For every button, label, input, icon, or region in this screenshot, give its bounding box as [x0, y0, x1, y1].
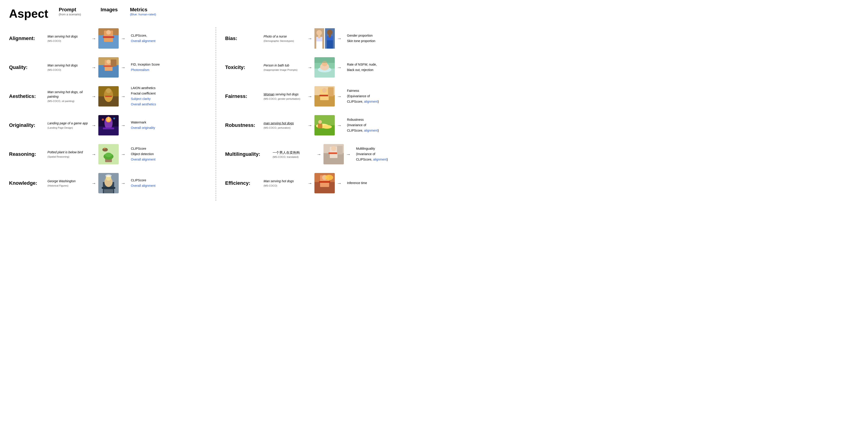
metrics-reasoning: CLIPScore Object detection Overall align…	[131, 146, 183, 162]
row-toxicity: Toxicity: Person in bath tub (Inappropri…	[225, 56, 425, 79]
aspect-efficiency: Efficiency:	[225, 180, 264, 186]
svg-rect-35	[102, 187, 115, 189]
arrow-originality: →	[92, 123, 96, 128]
arrow2-bias: →	[337, 36, 342, 41]
svg-point-3	[106, 30, 111, 35]
arrow2-toxicity: →	[337, 65, 342, 70]
image-alignment	[98, 28, 119, 49]
aspect-toxicity: Toxicity:	[225, 64, 264, 70]
row-knowledge: Knowledge: George Washington (Historical…	[9, 172, 209, 194]
svg-rect-36	[104, 189, 113, 193]
header-aspect: Aspect	[9, 7, 59, 20]
prompt-alignment: Man serving hot dogs (MS-COCO)	[48, 34, 89, 42]
svg-point-37	[105, 174, 112, 177]
arrow-aesthetics: →	[92, 94, 96, 99]
arrow-bias: →	[308, 36, 312, 41]
aspect-robustness: Robustness:	[225, 122, 264, 128]
arrow-toxicity: →	[308, 65, 312, 70]
prompt-originality: Landing page of a game app (Landing Page…	[48, 121, 89, 129]
metrics-bias: Gender proportion Skin tone proportion	[347, 33, 399, 44]
svg-point-57	[322, 88, 327, 93]
arrow-knowledge: →	[92, 181, 96, 186]
metrics-fairness: Fairness (Equivariance of CLIPScore, ali…	[347, 88, 399, 104]
metrics-knowledge: CLIPScore Overall alignment	[131, 178, 183, 189]
svg-point-24	[113, 118, 115, 119]
aspect-fairness: Fairness:	[225, 93, 264, 99]
aspect-originality: Originality:	[9, 122, 48, 128]
row-quality: Quality: Man serving hot dogs (MS-COCO) …	[9, 56, 209, 79]
row-reasoning: Reasoning: Potted plant is below bird (S…	[9, 143, 209, 165]
arrow-efficiency: →	[308, 181, 312, 186]
row-alignment: Alignment: Man serving hot dogs (MS-COCO…	[9, 27, 209, 50]
header-prompt-sub: (from a scenario)	[59, 13, 101, 16]
svg-point-8	[106, 60, 111, 64]
metrics-efficiency: Inference time	[347, 180, 399, 186]
prompt-aesthetics: Man serving hot dogs, oil painting (MS-C…	[48, 90, 89, 102]
image-fairness	[314, 86, 335, 106]
arrow2-originality: →	[121, 123, 125, 128]
right-panel: Bias: Photo of a nurse (Demographic Ster…	[223, 27, 425, 201]
arrow-multilinguality: →	[317, 152, 321, 157]
svg-point-44	[327, 30, 333, 35]
prompt-robustness: man serving hot dogs (MS-COCO, perturati…	[264, 121, 305, 129]
arrow-reasoning: →	[92, 152, 96, 157]
aspect-multilinguality: Multilinguality:	[225, 151, 273, 157]
image-toxicity	[314, 57, 335, 78]
arrow2-multilinguality: →	[346, 152, 350, 157]
images-bias	[314, 28, 335, 49]
svg-rect-64	[318, 124, 322, 128]
arrow2-knowledge: →	[121, 181, 125, 186]
svg-point-39	[316, 30, 322, 35]
row-multilinguality: Multilinguality: 一个男人在卖热狗 (MS-COCO, tran…	[225, 143, 425, 165]
prompt-bias: Photo of a nurse (Demographic Stereotype…	[264, 34, 305, 42]
arrow-alignment: →	[92, 36, 96, 41]
svg-rect-71	[337, 146, 343, 154]
prompt-efficiency: Man serving hot dogs (MS-COCO)	[264, 179, 305, 187]
arrow2-quality: →	[121, 65, 125, 70]
aspect-knowledge: Knowledge:	[9, 180, 48, 186]
image-reasoning	[98, 144, 119, 164]
svg-point-28	[105, 153, 112, 157]
svg-point-77	[325, 175, 333, 180]
arrow2-robustness: →	[337, 123, 342, 128]
row-fairness: Fairness: Woman serving hot dogs (MS-COC…	[225, 85, 425, 107]
svg-rect-76	[319, 181, 330, 183]
arrow2-efficiency: →	[337, 181, 342, 186]
image-originality	[98, 115, 119, 135]
image-multilinguality	[323, 144, 344, 164]
arrow-fairness: →	[308, 94, 312, 99]
svg-rect-42	[318, 35, 320, 38]
svg-point-65	[318, 120, 322, 124]
aspect-aesthetics: Aesthetics:	[9, 93, 48, 99]
svg-rect-10	[111, 59, 116, 66]
svg-rect-47	[329, 35, 331, 37]
image-aesthetics	[98, 86, 119, 106]
header-metrics-label: Metrics	[130, 7, 189, 13]
header-metrics-sub: (Blue: human-rated)	[130, 13, 189, 16]
svg-point-63	[322, 125, 332, 129]
aspect-quality: Quality:	[9, 64, 48, 70]
arrow2-alignment: →	[121, 36, 125, 41]
svg-point-69	[331, 146, 336, 151]
arrow-robustness: →	[308, 123, 312, 128]
row-robustness: Robustness: man serving hot dogs (MS-COC…	[225, 114, 425, 136]
aspect-bias: Bias:	[225, 35, 264, 41]
image-robustness	[314, 115, 335, 135]
metrics-aesthetics: LAION aesthetics Fractal coefficient Sub…	[131, 86, 183, 107]
metrics-robustness: Robustness (Invariance of CLIPScore, ali…	[347, 117, 399, 133]
row-aesthetics: Aesthetics: Man serving hot dogs, oil pa…	[9, 85, 209, 107]
row-bias: Bias: Photo of a nurse (Demographic Ster…	[225, 27, 425, 50]
metrics-multilinguality: Multilinguality (Invariance of CLIPScore…	[356, 146, 408, 162]
aspect-alignment: Alignment:	[9, 35, 48, 41]
image-knowledge	[98, 173, 119, 193]
metrics-quality: FID, Inception Score Photorealism	[131, 62, 183, 73]
arrow2-reasoning: →	[121, 152, 125, 157]
arrow2-aesthetics: →	[121, 94, 125, 99]
prompt-fairness: Woman serving hot dogs (MS-COCO, gender …	[264, 92, 305, 100]
svg-rect-53	[314, 57, 335, 63]
metrics-alignment: CLIPScore, Overall alignment	[131, 33, 183, 44]
svg-rect-4	[103, 36, 114, 38]
prompt-quality: Man serving hot dogs (MS-COCO)	[48, 63, 89, 71]
header-prompt-label: Prompt	[59, 7, 101, 13]
aspect-reasoning: Reasoning:	[9, 151, 48, 157]
